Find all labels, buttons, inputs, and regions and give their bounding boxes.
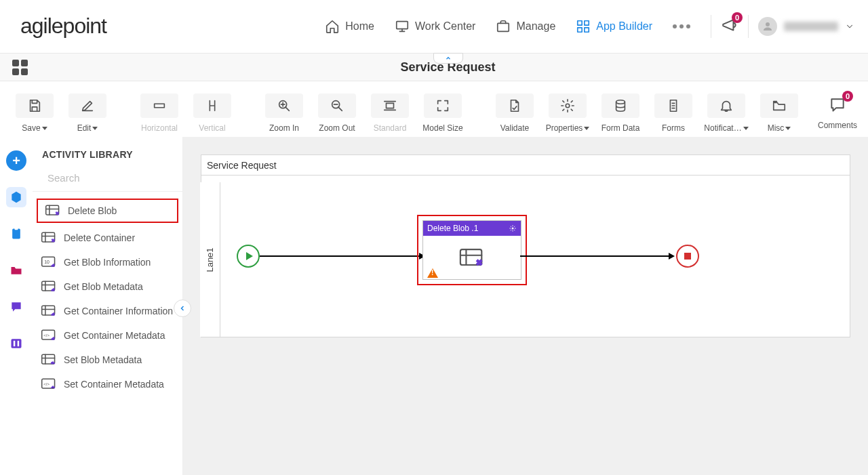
blob-delete-large-icon xyxy=(458,247,486,269)
bell-icon xyxy=(719,98,734,113)
lib-item-get-container-info[interactable]: Get Container Information xyxy=(33,299,182,323)
lib-item-label: Get Container Information xyxy=(64,306,173,317)
apps-button[interactable] xyxy=(12,60,28,75)
hexagon-icon xyxy=(9,190,23,204)
standard-icon xyxy=(382,98,397,113)
svg-rect-3 xyxy=(585,20,589,24)
standard-button[interactable]: Standard xyxy=(366,89,414,137)
lib-item-set-container-metadata[interactable]: </> Set Container Metadata xyxy=(33,372,182,396)
nav-app-builder-label: App Builder xyxy=(596,20,652,33)
lib-item-label: Get Blob Metadata xyxy=(64,281,143,293)
rail-chat-button[interactable] xyxy=(6,297,26,317)
activity-delete-blob[interactable]: Delete Blob .1 xyxy=(417,215,527,285)
fullscreen-icon xyxy=(435,98,450,113)
zoom-in-icon xyxy=(277,98,292,113)
svg-rect-14 xyxy=(15,228,18,230)
vertical-button[interactable]: Vertical xyxy=(189,89,236,137)
plus-icon: + xyxy=(6,150,26,171)
form-data-button[interactable]: Form Data xyxy=(597,89,644,137)
edge[interactable] xyxy=(260,255,424,257)
edge[interactable] xyxy=(520,255,673,257)
lib-item-get-container-metadata[interactable]: </> Get Container Metadata xyxy=(33,323,182,348)
notifications-button[interactable]: 0 xyxy=(721,16,738,37)
clipboard-icon xyxy=(9,227,23,241)
save-button[interactable]: Save xyxy=(11,89,58,137)
workflow-canvas[interactable]: Service Request Lane1 Delete Blob .1 xyxy=(201,154,850,337)
horizontal-icon xyxy=(152,98,167,113)
start-node[interactable] xyxy=(237,245,260,268)
lib-item-set-blob-metadata[interactable]: Set Blob Metadata xyxy=(33,348,182,372)
validate-icon xyxy=(507,98,522,113)
container-delete-icon xyxy=(41,231,57,245)
nav-more[interactable] xyxy=(673,24,690,28)
collapse-sidebar-button[interactable] xyxy=(174,300,191,317)
lib-item-get-blob-metadata[interactable]: Get Blob Metadata xyxy=(33,274,182,299)
user-name xyxy=(784,22,838,31)
svg-point-30 xyxy=(512,228,514,230)
svg-rect-4 xyxy=(578,27,582,31)
svg-rect-17 xyxy=(18,341,20,346)
forms-button[interactable]: Forms xyxy=(650,89,697,137)
play-icon xyxy=(246,252,253,260)
comments-button[interactable]: 0 Comments xyxy=(814,89,861,137)
rail-folder-button[interactable] xyxy=(6,260,26,281)
zoom-out-icon xyxy=(330,98,344,113)
chevron-up-icon xyxy=(444,55,452,62)
lib-item-delete-container[interactable]: Delete Container xyxy=(33,226,182,250)
search-input[interactable] xyxy=(47,172,176,184)
rail-add-button[interactable]: + xyxy=(6,150,26,171)
svg-text:</>: </> xyxy=(43,382,50,386)
notifications-tool-button[interactable]: Notificat… xyxy=(703,89,750,137)
container-info-icon xyxy=(41,304,57,318)
rail-clipboard-button[interactable] xyxy=(6,224,26,244)
columns-icon xyxy=(9,337,23,350)
vertical-icon xyxy=(205,98,220,113)
container-meta-icon: </> xyxy=(41,329,57,342)
lib-item-delete-blob[interactable]: Delete Blob xyxy=(37,199,178,223)
svg-rect-2 xyxy=(578,20,582,24)
user-menu[interactable] xyxy=(758,17,854,36)
svg-point-11 xyxy=(566,104,570,108)
svg-rect-13 xyxy=(12,229,20,239)
set-container-icon: </> xyxy=(41,377,57,391)
properties-button[interactable]: Properties xyxy=(544,89,591,137)
process-title: Service Request xyxy=(207,160,277,171)
svg-text:10: 10 xyxy=(44,260,50,264)
nav-work-center-label: Work Center xyxy=(415,20,476,33)
stop-icon xyxy=(684,253,691,260)
activity-title: Delete Blob .1 xyxy=(427,224,478,233)
gear-icon xyxy=(560,98,575,113)
lib-item-label: Delete Container xyxy=(64,232,135,244)
lib-item-get-blob-info[interactable]: 10 Get Blob Information xyxy=(33,250,182,274)
rail-activities-button[interactable] xyxy=(6,187,26,207)
nav-home[interactable]: Home xyxy=(325,19,374,34)
collapse-header-button[interactable] xyxy=(433,53,463,64)
edit-button[interactable]: Edit xyxy=(64,89,111,137)
zoom-in-button[interactable]: Zoom In xyxy=(260,89,308,137)
horizontal-button[interactable]: Horizontal xyxy=(136,89,183,137)
warning-icon xyxy=(427,268,438,278)
gear-icon[interactable] xyxy=(509,224,517,232)
end-node[interactable] xyxy=(676,245,699,268)
svg-rect-5 xyxy=(585,27,589,31)
lib-item-label: Get Blob Information xyxy=(64,257,151,268)
divider xyxy=(748,15,749,38)
nav-app-builder[interactable]: App Builder xyxy=(576,19,652,34)
monitor-icon xyxy=(395,19,410,34)
blob-info-icon: 10 xyxy=(41,255,57,269)
save-icon xyxy=(27,98,42,113)
folder-fill-icon xyxy=(9,264,23,277)
nav-manage[interactable]: Manage xyxy=(496,19,555,34)
model-size-button[interactable]: Model Size xyxy=(419,89,467,137)
nav-manage-label: Manage xyxy=(516,20,555,33)
blob-delete-icon xyxy=(45,204,61,218)
notifications-badge: 0 xyxy=(732,12,743,23)
misc-button[interactable]: Misc xyxy=(755,89,803,137)
validate-button[interactable]: Validate xyxy=(491,89,538,137)
zoom-out-button[interactable]: Zoom Out xyxy=(313,89,361,137)
svg-rect-7 xyxy=(155,104,165,108)
logo[interactable]: agilepoint // custom render for logo wit… xyxy=(20,14,106,39)
nav-work-center[interactable]: Work Center xyxy=(395,19,476,34)
blob-meta-icon xyxy=(41,280,57,293)
rail-layout-button[interactable] xyxy=(6,333,26,354)
